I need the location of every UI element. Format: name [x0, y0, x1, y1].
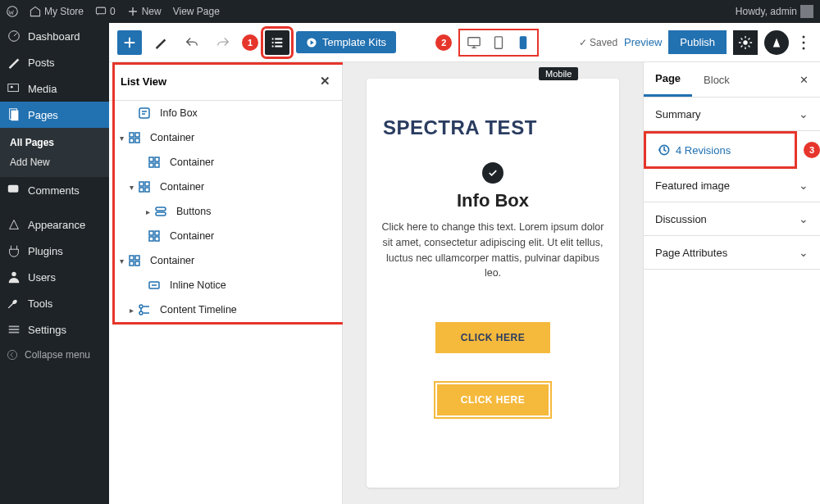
svg-rect-35: [156, 212, 166, 216]
panel-label: Page Attributes: [655, 247, 727, 259]
sidebar-item-comments[interactable]: Comments: [0, 177, 109, 203]
lv-info-box[interactable]: ▸Info Box: [109, 101, 342, 125]
panel-featured-image[interactable]: Featured image⌄: [644, 169, 820, 202]
sidebar-item-appearance[interactable]: Appearance: [0, 211, 109, 238]
svg-rect-26: [149, 157, 153, 161]
lv-container-4[interactable]: ▸Container: [109, 224, 342, 248]
mobile-view-button[interactable]: [512, 32, 534, 53]
svg-point-45: [139, 305, 143, 308]
svg-rect-25: [135, 138, 139, 143]
chevron-down-icon: ⌄: [799, 179, 809, 192]
lv-label: Container: [170, 230, 214, 242]
lv-label: Container: [150, 255, 194, 266]
svg-rect-21: [139, 108, 149, 118]
undo-button[interactable]: [180, 30, 204, 55]
avatar: [800, 5, 813, 18]
panel-page-attributes[interactable]: Page Attributes⌄: [644, 236, 820, 270]
svg-rect-42: [130, 261, 134, 266]
svg-rect-30: [139, 182, 144, 186]
panel-summary[interactable]: Summary⌄: [644, 98, 820, 131]
svg-rect-38: [149, 237, 153, 241]
new-link[interactable]: New: [127, 6, 162, 17]
redo-button[interactable]: [211, 30, 235, 55]
edit-button[interactable]: [148, 30, 173, 55]
svg-rect-33: [145, 188, 149, 192]
inline-notice-icon: [148, 279, 165, 292]
svg-rect-39: [155, 237, 159, 241]
lv-buttons[interactable]: ▸Buttons: [109, 199, 342, 224]
tablet-view-button[interactable]: [488, 32, 509, 53]
container-icon: [129, 254, 145, 267]
info-box-heading[interactable]: Info Box: [373, 190, 613, 211]
astra-button[interactable]: [764, 30, 789, 55]
svg-rect-3: [8, 84, 19, 92]
svg-rect-43: [135, 261, 139, 266]
publish-button[interactable]: Publish: [668, 30, 727, 54]
chevron-down-icon: ⌄: [799, 212, 809, 225]
lv-label: Container: [150, 132, 194, 143]
page-heading[interactable]: SPECTRA TEST: [383, 116, 603, 139]
new-label: New: [142, 6, 162, 17]
svg-point-4: [11, 86, 13, 89]
svg-point-20: [803, 47, 805, 49]
lv-label: Info Box: [160, 107, 198, 119]
lv-container-2[interactable]: ▸Container: [109, 150, 342, 175]
info-box-text[interactable]: Click here to change this text. Lorem ip…: [373, 220, 613, 281]
site-link[interactable]: My Store: [30, 6, 84, 17]
sub-label: All Pages: [10, 137, 54, 148]
svg-rect-14: [468, 37, 480, 45]
wp-logo-icon[interactable]: [7, 6, 18, 17]
lv-inline-notice[interactable]: ▸Inline Notice: [109, 273, 342, 297]
sidebar-item-label: Plugins: [28, 245, 63, 257]
view-page-link[interactable]: View Page: [173, 6, 220, 17]
sidebar-item-label: Posts: [28, 57, 55, 69]
svg-rect-16: [521, 36, 526, 48]
comments-link[interactable]: 0: [95, 6, 116, 17]
list-view-title: List View: [121, 75, 166, 88]
panel-label: Summary: [655, 108, 701, 120]
close-panel[interactable]: ✕: [788, 74, 820, 86]
panel-revisions[interactable]: 4 Revisions: [644, 131, 797, 169]
list-view-button[interactable]: [265, 30, 289, 55]
lv-container-5[interactable]: ▾Container: [109, 248, 342, 273]
lv-content-timeline[interactable]: ▸Content Timeline: [109, 297, 342, 322]
cta-button-1[interactable]: CLICK HERE: [435, 322, 550, 353]
close-list-view[interactable]: ✕: [320, 74, 330, 89]
sidebar-item-tools[interactable]: Tools: [0, 290, 109, 316]
sidebar-item-plugins[interactable]: Plugins: [0, 238, 109, 264]
collapse-menu[interactable]: Collapse menu: [0, 343, 109, 367]
sub-all-pages[interactable]: All Pages: [0, 133, 109, 152]
comment-count: 0: [110, 6, 116, 17]
more-options-button[interactable]: [795, 30, 812, 55]
editor-canvas[interactable]: Mobile SPECTRA TEST Info Box Click here …: [343, 62, 643, 504]
template-kits-button[interactable]: Template Kits: [296, 31, 396, 53]
view-page-label: View Page: [173, 6, 220, 17]
greeting[interactable]: Howdy, admin: [736, 5, 813, 18]
lv-label: Container: [160, 181, 204, 193]
lv-label: Buttons: [176, 206, 211, 217]
preview-link[interactable]: Preview: [624, 36, 662, 48]
tab-page[interactable]: Page: [644, 62, 692, 97]
inserter-button[interactable]: [117, 30, 142, 55]
lv-container-3[interactable]: ▾Container: [109, 175, 342, 199]
svg-rect-10: [9, 329, 20, 330]
sub-add-new[interactable]: Add New: [0, 152, 109, 172]
sidebar-item-settings[interactable]: Settings: [0, 316, 109, 343]
saved-status: ✓ Saved: [579, 37, 617, 48]
sidebar-item-posts[interactable]: Posts: [0, 49, 109, 75]
sidebar-item-dashboard[interactable]: Dashboard: [0, 23, 109, 49]
tab-block[interactable]: Block: [692, 64, 741, 96]
sidebar-item-pages[interactable]: Pages: [0, 102, 109, 128]
panel-discussion[interactable]: Discussion⌄: [644, 202, 820, 236]
sidebar-item-label: Media: [28, 83, 57, 95]
desktop-view-button[interactable]: [463, 32, 485, 53]
sidebar-item-users[interactable]: Users: [0, 264, 109, 290]
check-icon: [482, 162, 503, 184]
cta-button-2[interactable]: CLICK HERE: [435, 383, 550, 417]
svg-point-18: [803, 35, 805, 38]
sidebar-item-media[interactable]: Media: [0, 75, 109, 102]
settings-button[interactable]: [733, 30, 758, 55]
greeting-label: Howdy, admin: [736, 6, 797, 17]
lv-container-1[interactable]: ▾Container: [109, 125, 342, 150]
svg-rect-28: [149, 163, 153, 167]
